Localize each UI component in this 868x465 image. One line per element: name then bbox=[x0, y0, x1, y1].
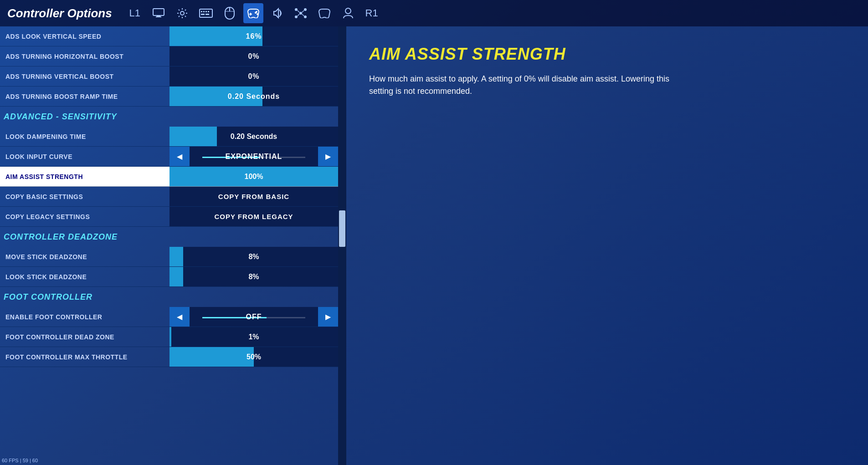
nav-icon-l1[interactable]: L1 bbox=[125, 3, 145, 23]
value-enable-foot-controller: OFF bbox=[246, 313, 262, 321]
svg-rect-1 bbox=[157, 15, 160, 16]
setting-row-look-stick-deadzone[interactable]: LOOK STICK DEADZONE 8% bbox=[0, 267, 338, 287]
svg-rect-10 bbox=[205, 14, 209, 15]
setting-row-ads-turning-horizontal-boost[interactable]: ADS TURNING HORIZONTAL BOOST 0% bbox=[0, 46, 338, 66]
setting-row-ads-turning-boost-ramp-time[interactable]: ADS TURNING BOOST RAMP TIME 0.20 Seconds bbox=[0, 87, 338, 107]
label-look-input-curve: LOOK INPUT CURVE bbox=[0, 153, 169, 160]
label-ads-turning-boost-ramp-time: ADS TURNING BOOST RAMP TIME bbox=[0, 93, 169, 100]
setting-row-move-stick-deadzone[interactable]: MOVE STICK DEADZONE 8% bbox=[0, 247, 338, 267]
setting-row-look-dampening-time[interactable]: LOOK DAMPENING TIME 0.20 Seconds bbox=[0, 127, 338, 147]
scrollbar-thumb[interactable] bbox=[339, 210, 345, 247]
section-header-advanced-sensitivity-text: ADVANCED - SENSITIVITY bbox=[4, 112, 117, 122]
page-title: Controller Options bbox=[7, 6, 112, 20]
nav-icon-account[interactable] bbox=[338, 3, 358, 23]
main-layout: ADS LOOK VERTICAL SPEED 16% ADS TURNING … bbox=[0, 26, 868, 465]
value-copy-basic-settings: COPY FROM BASIC bbox=[218, 193, 289, 200]
svg-point-18 bbox=[256, 11, 257, 13]
label-ads-turning-horizontal-boost: ADS TURNING HORIZONTAL BOOST bbox=[0, 53, 169, 60]
look-input-curve-left-arrow[interactable]: ◀ bbox=[169, 147, 190, 166]
settings-panel: ADS LOOK VERTICAL SPEED 16% ADS TURNING … bbox=[0, 26, 346, 465]
section-header-deadzone-text: CONTROLLER DEADZONE bbox=[4, 232, 118, 242]
value-ads-turning-vertical-boost: 0% bbox=[169, 66, 338, 86]
nav-icon-audio[interactable] bbox=[267, 3, 287, 23]
svg-line-25 bbox=[302, 10, 304, 12]
setting-row-aim-assist-strength[interactable]: AIM ASSIST STRENGTH 100% bbox=[0, 167, 338, 187]
section-header-foot-controller-text: FOOT CONTROLLER bbox=[4, 292, 92, 302]
value-foot-controller-dead-zone: 1% bbox=[248, 333, 259, 341]
svg-point-3 bbox=[180, 11, 184, 15]
setting-row-copy-basic-settings[interactable]: COPY BASIC SETTINGS COPY FROM BASIC bbox=[0, 187, 338, 207]
look-input-curve-right-arrow[interactable]: ▶ bbox=[318, 147, 338, 166]
setting-row-ads-turning-vertical-boost[interactable]: ADS TURNING VERTICAL BOOST 0% bbox=[0, 66, 338, 87]
label-ads-look-vertical-speed: ADS LOOK VERTICAL SPEED bbox=[0, 33, 169, 40]
value-look-input-curve: EXPONENTIAL bbox=[226, 153, 282, 161]
section-foot-controller: FOOT CONTROLLER bbox=[0, 287, 338, 307]
label-copy-basic-settings: COPY BASIC SETTINGS bbox=[0, 193, 169, 200]
svg-point-22 bbox=[295, 15, 298, 18]
info-panel: AIM ASSIST STRENGTH How much aim assist … bbox=[346, 26, 868, 465]
setting-row-copy-legacy-settings[interactable]: COPY LEGACY SETTINGS COPY FROM LEGACY bbox=[0, 207, 338, 227]
label-move-stick-deadzone: MOVE STICK DEADZONE bbox=[0, 253, 169, 261]
value-ads-turning-horizontal-boost: 0% bbox=[169, 46, 338, 66]
foot-controller-right-arrow[interactable]: ▶ bbox=[318, 307, 338, 327]
svg-line-26 bbox=[298, 14, 299, 16]
value-foot-controller-max-throttle: 50% bbox=[247, 353, 261, 361]
section-controller-deadzone: CONTROLLER DEADZONE bbox=[0, 227, 338, 247]
svg-line-27 bbox=[302, 14, 304, 16]
settings-list: ADS LOOK VERTICAL SPEED 16% ADS TURNING … bbox=[0, 26, 338, 367]
label-aim-assist-strength: AIM ASSIST STRENGTH bbox=[0, 167, 169, 186]
setting-row-look-input-curve[interactable]: LOOK INPUT CURVE ◀ EXPONENTIAL ▶ bbox=[0, 147, 338, 167]
svg-rect-4 bbox=[200, 9, 212, 17]
svg-rect-5 bbox=[201, 11, 202, 12]
value-copy-legacy-settings: COPY FROM LEGACY bbox=[214, 213, 293, 220]
svg-point-23 bbox=[304, 15, 307, 18]
svg-rect-0 bbox=[153, 9, 164, 15]
label-look-dampening-time: LOOK DAMPENING TIME bbox=[0, 133, 169, 140]
label-foot-controller-max-throttle: FOOT CONTROLLER MAX THROTTLE bbox=[0, 353, 169, 361]
value-ads-look-vertical-speed: 16% bbox=[169, 26, 338, 46]
nav-icon-gamepad2[interactable] bbox=[314, 3, 334, 23]
foot-controller-left-arrow[interactable]: ◀ bbox=[169, 307, 190, 327]
nav-icon-mouse[interactable] bbox=[220, 3, 240, 23]
value-look-dampening-time: 0.20 Seconds bbox=[231, 133, 277, 141]
setting-row-foot-controller-max-throttle[interactable]: FOOT CONTROLLER MAX THROTTLE 50% bbox=[0, 347, 338, 367]
fps-counter: 60 FPS | 59 | 60 bbox=[2, 458, 38, 463]
nav-icon-gamepad[interactable] bbox=[243, 3, 263, 23]
top-navigation-bar: Controller Options L1 R1 bbox=[0, 0, 868, 26]
nav-icon-keyboard[interactable] bbox=[196, 3, 216, 23]
nav-icon-r1[interactable]: R1 bbox=[362, 3, 382, 23]
section-advanced-sensitivity: ADVANCED - SENSITIVITY bbox=[0, 107, 338, 127]
value-move-stick-deadzone: 8% bbox=[248, 253, 259, 261]
nav-icon-network[interactable] bbox=[291, 3, 311, 23]
svg-point-17 bbox=[257, 13, 258, 15]
info-panel-description: How much aim assist to apply. A setting … bbox=[369, 73, 688, 97]
label-copy-legacy-settings: COPY LEGACY SETTINGS bbox=[0, 213, 169, 220]
value-aim-assist-strength: 100% bbox=[245, 173, 263, 181]
info-panel-title: AIM ASSIST STRENGTH bbox=[369, 45, 845, 64]
nav-icon-monitor[interactable] bbox=[149, 3, 169, 23]
setting-row-ads-look-vertical-speed[interactable]: ADS LOOK VERTICAL SPEED 16% bbox=[0, 26, 338, 46]
nav-icon-settings[interactable] bbox=[172, 3, 192, 23]
label-enable-foot-controller: ENABLE FOOT CONTROLLER bbox=[0, 313, 169, 321]
scrollbar[interactable] bbox=[338, 26, 346, 465]
value-ads-turning-boost-ramp-time: 0.20 Seconds bbox=[169, 87, 338, 106]
svg-rect-9 bbox=[201, 14, 205, 15]
label-ads-turning-vertical-boost: ADS TURNING VERTICAL BOOST bbox=[0, 73, 169, 80]
svg-point-20 bbox=[295, 8, 298, 11]
label-look-stick-deadzone: LOOK STICK DEADZONE bbox=[0, 273, 169, 281]
svg-line-24 bbox=[298, 10, 299, 12]
svg-point-21 bbox=[304, 8, 307, 11]
label-foot-controller-dead-zone: FOOT CONTROLLER DEAD ZONE bbox=[0, 333, 169, 341]
value-look-stick-deadzone: 8% bbox=[248, 273, 259, 281]
setting-row-foot-controller-dead-zone[interactable]: FOOT CONTROLLER DEAD ZONE 1% bbox=[0, 327, 338, 347]
svg-rect-6 bbox=[203, 11, 205, 12]
svg-rect-2 bbox=[156, 16, 161, 17]
svg-point-28 bbox=[345, 8, 351, 14]
svg-rect-8 bbox=[208, 11, 209, 12]
svg-point-19 bbox=[299, 12, 302, 15]
svg-rect-7 bbox=[205, 11, 207, 12]
setting-row-enable-foot-controller[interactable]: ENABLE FOOT CONTROLLER ◀ OFF ▶ bbox=[0, 307, 338, 327]
